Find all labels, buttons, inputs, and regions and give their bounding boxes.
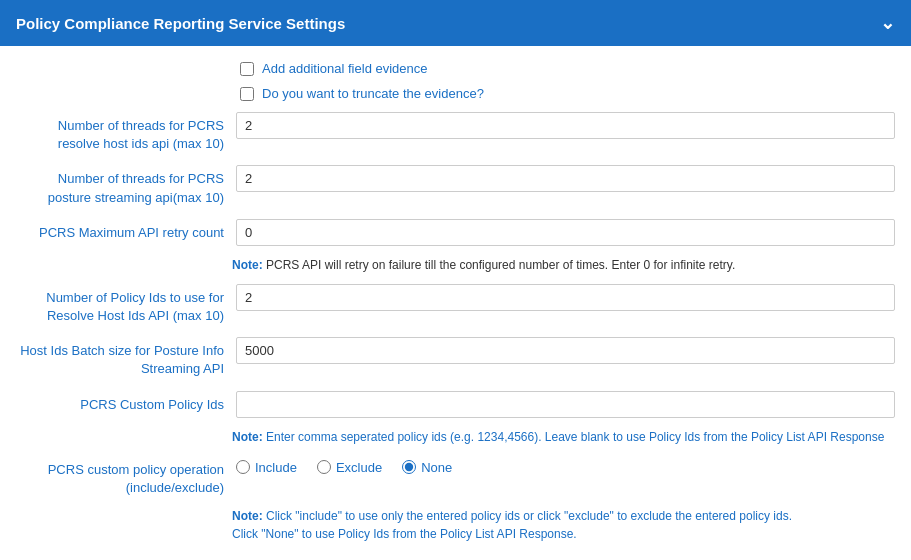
- policy-ids-resolve-field: [236, 284, 895, 311]
- radio-group: Include Exclude None: [236, 456, 895, 475]
- max-retry-input[interactable]: [236, 219, 895, 246]
- radio-section-row: PCRS custom policy operation (include/ex…: [0, 450, 911, 503]
- radio-include[interactable]: [236, 460, 250, 474]
- add-field-evidence-row: Add additional field evidence: [0, 56, 911, 81]
- max-retry-row: PCRS Maximum API retry count: [0, 213, 911, 252]
- add-field-evidence-checkbox[interactable]: [240, 62, 254, 76]
- policy-ids-resolve-input[interactable]: [236, 284, 895, 311]
- threads-resolve-label: Number of threads for PCRS resolve host …: [16, 112, 236, 153]
- custom-policy-ids-label: PCRS Custom Policy Ids: [16, 391, 236, 414]
- note1-text: PCRS API will retry on failure till the …: [263, 258, 736, 272]
- note2-bold: Note:: [232, 430, 263, 444]
- note3: Note: Click "include" to use only the en…: [0, 503, 911, 547]
- settings-content: Add additional field evidence Do you wan…: [0, 46, 911, 557]
- radio-include-option[interactable]: Include: [236, 460, 297, 475]
- radio-exclude[interactable]: [317, 460, 331, 474]
- note3-line2: Click "None" to use Policy Ids from the …: [232, 527, 577, 541]
- policy-ids-resolve-label: Number of Policy Ids to use for Resolve …: [16, 284, 236, 325]
- custom-policy-ids-field: [236, 391, 895, 418]
- note1-bold: Note:: [232, 258, 263, 272]
- radio-section-label: PCRS custom policy operation (include/ex…: [16, 456, 236, 497]
- radio-none[interactable]: [402, 460, 416, 474]
- threads-posture-field: [236, 165, 895, 192]
- max-retry-label: PCRS Maximum API retry count: [16, 219, 236, 242]
- chevron-down-icon[interactable]: ⌄: [880, 12, 895, 34]
- radio-none-label: None: [421, 460, 452, 475]
- threads-resolve-field: [236, 112, 895, 139]
- batch-size-row: Host Ids Batch size for Posture Info Str…: [0, 331, 911, 384]
- batch-size-label: Host Ids Batch size for Posture Info Str…: [16, 337, 236, 378]
- batch-size-input[interactable]: [236, 337, 895, 364]
- threads-posture-row: Number of threads for PCRS posture strea…: [0, 159, 911, 212]
- note3-bold: Note:: [232, 509, 263, 523]
- truncate-evidence-row: Do you want to truncate the evidence?: [0, 81, 911, 106]
- batch-size-field: [236, 337, 895, 364]
- max-retry-field: [236, 219, 895, 246]
- radio-exclude-label: Exclude: [336, 460, 382, 475]
- policy-ids-resolve-row: Number of Policy Ids to use for Resolve …: [0, 278, 911, 331]
- truncate-evidence-label[interactable]: Do you want to truncate the evidence?: [262, 86, 484, 101]
- custom-policy-ids-row: PCRS Custom Policy Ids: [0, 385, 911, 424]
- note2: Note: Enter comma seperated policy ids (…: [0, 424, 911, 450]
- truncate-evidence-checkbox[interactable]: [240, 87, 254, 101]
- threads-posture-label: Number of threads for PCRS posture strea…: [16, 165, 236, 206]
- radio-none-option[interactable]: None: [402, 460, 452, 475]
- radio-exclude-option[interactable]: Exclude: [317, 460, 382, 475]
- settings-header: Policy Compliance Reporting Service Sett…: [0, 0, 911, 46]
- radio-section-field: Include Exclude None: [236, 456, 895, 475]
- threads-resolve-row: Number of threads for PCRS resolve host …: [0, 106, 911, 159]
- note2-text: Enter comma seperated policy ids (e.g. 1…: [263, 430, 885, 444]
- custom-policy-ids-input[interactable]: [236, 391, 895, 418]
- note1: Note: PCRS API will retry on failure til…: [0, 252, 911, 278]
- radio-include-label: Include: [255, 460, 297, 475]
- add-field-evidence-label[interactable]: Add additional field evidence: [262, 61, 428, 76]
- threads-posture-input[interactable]: [236, 165, 895, 192]
- threads-resolve-input[interactable]: [236, 112, 895, 139]
- header-title: Policy Compliance Reporting Service Sett…: [16, 15, 345, 32]
- note3-line1: Click "include" to use only the entered …: [263, 509, 792, 523]
